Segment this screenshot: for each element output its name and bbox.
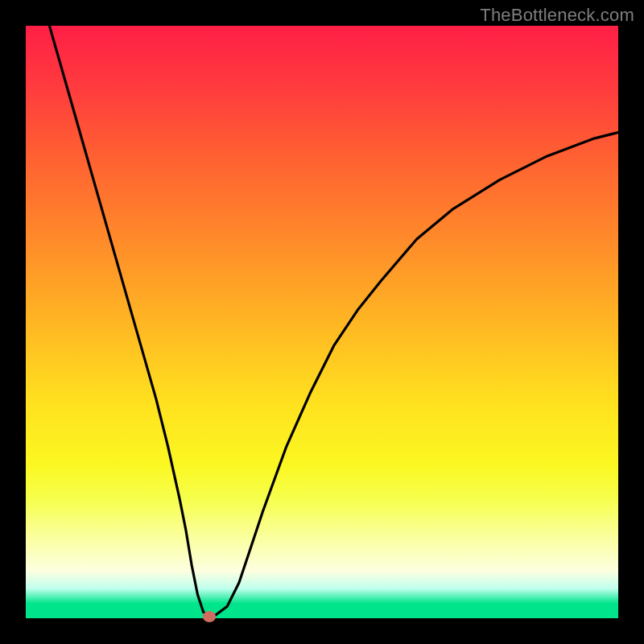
curve-svg (26, 26, 618, 618)
watermark-text: TheBottleneck.com (480, 5, 634, 26)
bottleneck-curve (49, 26, 618, 615)
optimal-point-marker (203, 611, 216, 622)
chart-frame: TheBottleneck.com (0, 0, 644, 644)
plot-area (26, 26, 618, 618)
